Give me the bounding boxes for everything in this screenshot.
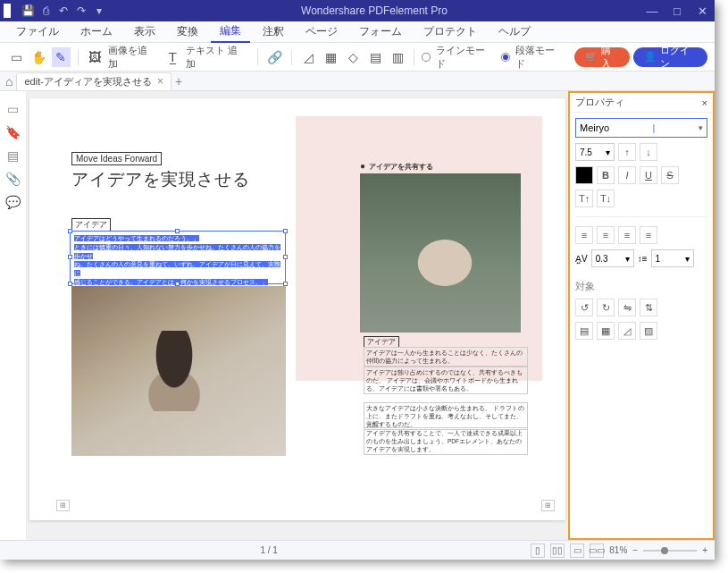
page-current[interactable]: 1 (260, 545, 265, 555)
subscript-button[interactable]: T↓ (597, 190, 615, 207)
paragraph-mode-label[interactable]: 段落モード (515, 44, 562, 71)
replace-image-icon[interactable]: ▤ (575, 322, 593, 340)
separator (414, 49, 414, 65)
menu-edit[interactable]: 編集 (211, 21, 250, 43)
maximize-button[interactable]: □ (668, 4, 686, 18)
extract-image-icon[interactable]: ▦ (597, 322, 615, 340)
decrease-size-icon[interactable]: ↓ (640, 143, 657, 161)
flip-horizontal-icon[interactable]: ⇋ (618, 299, 636, 316)
menu-comment[interactable]: 注釈 (254, 21, 293, 42)
share-heading[interactable]: アイデアを共有する (360, 161, 433, 172)
watermark-icon[interactable]: ▦ (322, 47, 340, 67)
document-canvas[interactable]: Move Ideas Forward アイデアを実現させる アイデア アイデアは… (27, 91, 568, 540)
login-button[interactable]: 👤 ログイン (633, 47, 707, 67)
font-color-swatch[interactable] (575, 166, 593, 184)
menu-convert[interactable]: 変換 (168, 21, 207, 42)
add-text-label[interactable]: テキスト 追加 (186, 44, 245, 71)
char-spacing-field[interactable]: 0.3▾ (591, 249, 634, 267)
search-icon[interactable]: 💬 (5, 195, 21, 209)
undo-icon[interactable]: ↶ (57, 4, 70, 17)
superscript-button[interactable]: T↑ (575, 190, 593, 207)
photo-pottery[interactable] (71, 286, 286, 456)
char-spacing-icon: A͍V (575, 254, 588, 264)
attachments-icon[interactable]: 📎 (5, 172, 21, 186)
italic-button[interactable]: I (618, 166, 636, 184)
qat-dropdown-icon[interactable]: ▾ (93, 4, 105, 17)
crop-image-icon[interactable]: ◿ (618, 322, 636, 340)
view-single-icon[interactable]: ▯ (531, 544, 545, 558)
document-tab[interactable]: edit-アイディアを実現させる × (16, 72, 171, 90)
view-continuous-icon[interactable]: ▯▯ (550, 544, 565, 558)
menu-view[interactable]: 表示 (125, 21, 164, 42)
menu-home[interactable]: ホーム (71, 21, 121, 42)
crop-icon[interactable]: ◿ (299, 47, 318, 67)
page-total: 1 (272, 545, 278, 555)
bookmarks-icon[interactable]: 🔖 (5, 125, 21, 139)
properties-title: プロパティ (575, 96, 624, 109)
home-icon[interactable]: ⌂ (5, 74, 13, 88)
headline-text[interactable]: アイデアを実現させる (71, 168, 250, 191)
font-family-select[interactable]: Meiryo|▾ (575, 118, 707, 138)
thumbnails-icon[interactable]: ▭ (7, 102, 19, 116)
line-mode-radio[interactable] (422, 53, 431, 62)
sel-line: ときには慎重の日々、人知れない努力を歩かせね。たくさんの人の協力を歩かせ (74, 244, 280, 259)
header-footer-icon[interactable]: ▤ (366, 47, 385, 67)
menu-page[interactable]: ページ (297, 21, 347, 42)
paragraph-box[interactable]: アイデアは独り占めにするのではなく、共有するべきものだ。 アイデアは、会議やホワ… (364, 367, 528, 394)
idea-label-1[interactable]: アイデア (71, 218, 111, 232)
font-size-select[interactable]: 7.5▾ (575, 143, 615, 161)
strikethrough-button[interactable]: S (661, 166, 679, 184)
paragraph-box[interactable]: 大きなアイデアは小さな決断から生まれる。 ドラフトの上に、またドラフトを重ね、考… (364, 402, 528, 430)
align-justify-button[interactable]: ≡ (640, 226, 657, 244)
image-icon[interactable]: 🖼 (86, 47, 105, 67)
rotate-right-icon[interactable]: ↻ (597, 299, 615, 316)
new-tab-icon[interactable]: + (175, 74, 182, 88)
add-image-label[interactable]: 画像を追加 (108, 44, 155, 71)
annotations-icon[interactable]: ▤ (7, 148, 19, 163)
close-button[interactable]: ✕ (693, 4, 711, 18)
align-left-button[interactable]: ≡ (575, 226, 593, 244)
edit-tool-icon[interactable]: ✎ (52, 47, 71, 67)
align-right-button[interactable]: ≡ (618, 226, 636, 244)
buy-button[interactable]: 🛒 購入 (574, 47, 630, 67)
zoom-value: 81% (609, 545, 627, 555)
photo-mug[interactable] (360, 173, 521, 333)
background-icon[interactable]: ◇ (344, 47, 363, 67)
paragraph-box[interactable]: アイデアは一人から生まれることは少なく、たくさんの仲間の協力によって生まれる。 (364, 347, 528, 367)
paragraph-box[interactable]: アイデアを共有することで、一人で達成できる成果以上のものを生み出しましょう。PD… (364, 427, 528, 455)
tagline-text[interactable]: Move Ideas Forward (71, 152, 162, 165)
hand-tool-icon[interactable]: ✋ (29, 47, 48, 67)
underline-button[interactable]: U (640, 166, 657, 184)
paragraph-mode-radio[interactable] (501, 53, 510, 62)
link-icon[interactable]: 🔗 (265, 47, 284, 67)
line-mode-label[interactable]: ラインモード (436, 44, 492, 71)
bold-button[interactable]: B (597, 166, 615, 184)
menu-file[interactable]: ファイル (7, 21, 68, 42)
menu-form[interactable]: フォーム (350, 21, 411, 42)
view-facing-icon[interactable]: ▭ (570, 544, 584, 558)
app-logo-icon (4, 4, 18, 18)
print-icon[interactable]: ⎙ (39, 4, 52, 17)
text-icon[interactable]: T̲ (163, 47, 182, 67)
selected-text-box[interactable]: アイデアはどうやって生まれるのだろう。」 ときには慎重の日々、人知れない努力を歩… (70, 231, 286, 284)
properties-close-icon[interactable]: × (702, 97, 707, 108)
minimize-button[interactable]: — (643, 4, 661, 18)
zoom-slider[interactable] (643, 550, 697, 552)
align-center-button[interactable]: ≡ (597, 226, 615, 244)
increase-size-icon[interactable]: ↑ (618, 143, 636, 161)
select-tool-icon[interactable]: ▭ (7, 47, 26, 67)
opacity-icon[interactable]: ▨ (640, 322, 657, 340)
menu-help[interactable]: ヘルプ (490, 21, 540, 42)
bates-icon[interactable]: ▥ (389, 47, 407, 67)
tab-close-icon[interactable]: × (157, 75, 163, 88)
save-icon[interactable]: 💾 (21, 4, 34, 17)
pdf-page: Move Ideas Forward アイデアを実現させる アイデア アイデアは… (29, 98, 565, 520)
menu-protect[interactable]: プロテクト (414, 21, 486, 42)
view-facing-cont-icon[interactable]: ▭▭ (590, 544, 604, 558)
redo-icon[interactable]: ↷ (75, 4, 88, 17)
line-spacing-field[interactable]: 1▾ (651, 249, 694, 267)
flip-vertical-icon[interactable]: ⇅ (640, 299, 657, 316)
zoom-out-icon[interactable]: − (632, 545, 638, 555)
zoom-in-icon[interactable]: + (702, 545, 707, 555)
rotate-left-icon[interactable]: ↺ (575, 299, 593, 316)
